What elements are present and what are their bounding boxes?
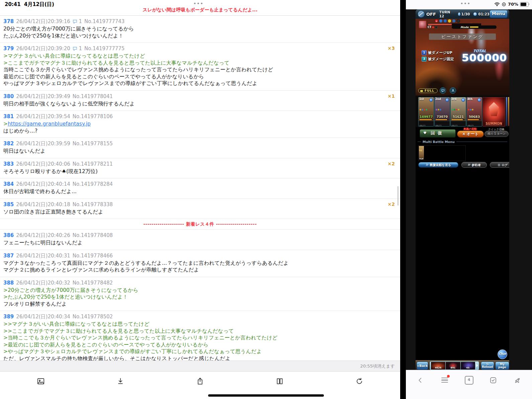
card-position: 4th [467,98,472,101]
raid-thumb-3[interactable]: 45 [461,362,475,370]
post-id: No.1419778041 [73,93,113,99]
thread-reader-pane: 20:414月12日(日) ••• スレがない間は呼吸もボーダーも止まってるんだ… [0,0,400,399]
post-id: No.1419778408 [73,232,113,238]
scrollbar-thumb[interactable] [397,186,398,206]
send-backup-request-button[interactable]: 救援依頼を送る [418,162,458,168]
post-number[interactable]: 378 [3,18,14,24]
post-date: 26/04/12(日)20:39:20 [16,46,70,52]
quote-badge[interactable]: ×3 [388,46,395,51]
boss-skill-banner: ビーストファング [429,33,496,40]
photo-icon[interactable] [35,376,47,387]
auto-button[interactable]: ×オート [457,131,484,138]
buff-icon [443,19,447,23]
post-line: フェニーたちに明日はないんだよ [3,239,387,246]
stamp-chat-button[interactable] [440,87,446,94]
post-384: 38426/04/12(日)20:40:14No.1419778284休日が古戦… [0,178,400,199]
post-id: No.1419778284 [73,181,113,187]
quote-badge[interactable]: ×1 [388,93,395,99]
debuff-stack-icon: 1 [422,50,427,55]
post-number[interactable]: 384 [3,181,14,187]
post-number[interactable]: 385 [3,202,14,208]
quote-badge[interactable]: ×2 [388,161,395,166]
post-date: 26/04/12(日)20:40:31 [16,253,70,259]
infinity-buff-icon: ∞ [435,19,438,23]
post-number[interactable]: 381 [3,113,14,119]
reply-bubble-icon [73,19,77,24]
menu-button[interactable]: Menu [490,10,508,18]
buff-icon [448,19,451,23]
log-button[interactable]: ログ [490,162,509,168]
debuff-text: 被ダメージ固定 [428,57,454,62]
post-number[interactable]: 383 [3,161,14,167]
card-position: 1st [419,98,424,101]
post-number[interactable]: 389 [3,314,14,320]
share-icon[interactable] [194,376,206,387]
post-line: >20分ごとの増え方が7000万に届きそうになってるから [3,287,387,294]
raid-list-panel: 4626 891 45 [430,361,479,370]
game-browser-pane: ••• 70% OFF TURN 12 1/30 01:23 Menu [406,0,532,399]
reload-button[interactable]: ↻Reload [481,362,494,370]
home-indicator[interactable] [208,394,324,397]
boss-buff-icons: ∞ [435,19,460,23]
members-quick-button[interactable] [450,87,456,94]
party-card-4[interactable]: 4th 50683 ABILITY [466,97,482,127]
heal-button[interactable]: 回復 [420,129,456,138]
card-hp: 51621 [451,115,466,118]
party-card-2[interactable]: 2nd 73070 ABILITY [434,97,450,127]
post-line: >当時ここでも３か月ぐらいでレヴァンス挑めるようになったって言ってたらハリキリフ… [3,334,387,341]
post-number[interactable]: 386 [3,232,14,238]
total-damage-value: 500000 [462,52,507,64]
split-view-handle-left[interactable]: ••• [193,1,204,6]
x-icon: × [462,132,465,136]
post-date: 26/04/12(日)20:40:32 [16,280,70,286]
summon-card[interactable]: SUMMON [482,97,505,127]
raid-list-next-arrow[interactable] [476,364,478,367]
back-button[interactable]: Back [417,362,428,370]
card-position: 3rd [451,98,456,101]
post-number[interactable]: 382 [3,141,14,147]
tabs-icon[interactable]: 4 [464,375,474,385]
chat-fab[interactable]: Chat [498,349,507,359]
mode-gauge: Mode [452,25,497,29]
post-number[interactable]: 379 [3,46,14,52]
download-icon[interactable] [115,376,126,387]
post-id: No.1419778502 [73,314,113,320]
split-screen-divider[interactable] [400,0,406,399]
party-card-3[interactable]: 3rd 51621 ABILITY [450,97,466,127]
back-chevron-icon[interactable] [415,375,425,385]
split-view-handle-right[interactable]: ••• [460,1,471,6]
boss-portrait[interactable] [419,21,426,28]
party-card-1[interactable]: 1st 149977 ABILITY [418,97,434,127]
rocket-icon[interactable] [513,375,523,385]
refresh-icon[interactable] [354,376,365,387]
card-hp-bar [420,119,433,120]
reading-list-icon[interactable] [440,375,450,385]
quote-badge[interactable]: ×2 [388,202,395,207]
post-line: >https://game.granbluefantasy.jp [3,121,387,128]
assist-off-icon[interactable] [418,10,425,18]
post-number[interactable]: 387 [3,253,14,259]
multi-battle-menu: Multi Battle Menu 1位 PLAY 救援依頼を送る [416,140,509,173]
post-number[interactable]: 388 [3,280,14,286]
raid-thumb-1[interactable]: 4626 [431,362,445,370]
ct-diamond-filled [432,26,434,28]
post-date: 26/04/12(日)20:40:14 [16,181,70,187]
charge-turn-indicator: CT [428,26,437,29]
reply-count[interactable]: 1 [73,18,82,24]
post-line: ソロ団の泣き言は正直聞き飽きてるんだよ [3,209,387,216]
card-hp: 50683 [467,115,482,118]
checkbox-icon[interactable] [488,375,498,385]
post-link[interactable]: https://game.granbluefantasy.jp [8,121,91,127]
raid-thumb-2[interactable]: 891 [446,362,460,370]
split-view-icon[interactable] [274,376,285,387]
raid-thumbnail[interactable]: 1位 PLAY [419,146,424,160]
post-header: 37826/04/12(日)20:39:16 1No.1419777743 [3,18,387,24]
mypage-button[interactable]: Mypage [495,362,509,370]
post-date: 26/04/12(日)20:39:59 [16,141,70,147]
battle-top-bar: OFF TURN 12 1/30 01:23 Menu [416,9,509,19]
post-number[interactable]: 380 [3,93,14,99]
post-header: 38326/04/12(日)20:40:06No.1419778211 [3,161,387,167]
reply-count[interactable]: 1 [73,46,82,52]
participants-button[interactable]: 参戦者 [461,162,487,168]
post-line: 明日の相手団が強くならないように低空飛行するんだよ [3,100,387,107]
